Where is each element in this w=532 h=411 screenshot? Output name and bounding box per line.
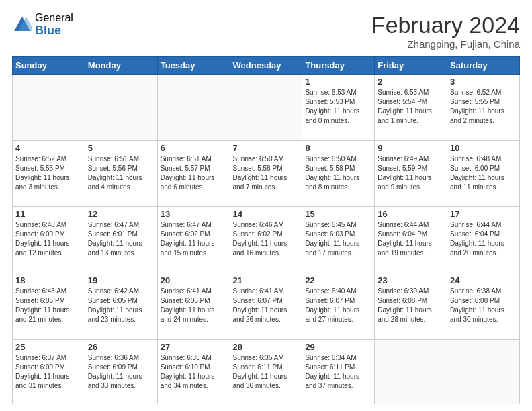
calendar-cell: 27Sunrise: 6:35 AM Sunset: 6:10 PM Dayli… (157, 339, 230, 404)
day-info: Sunrise: 6:43 AM Sunset: 6:05 PM Dayligh… (15, 287, 82, 324)
calendar-cell: 19Sunrise: 6:42 AM Sunset: 6:05 PM Dayli… (85, 273, 157, 340)
day-number: 21 (233, 275, 300, 285)
day-number: 1 (305, 77, 371, 87)
day-number: 4 (15, 143, 82, 153)
day-number: 19 (88, 275, 154, 285)
calendar-cell: 22Sunrise: 6:40 AM Sunset: 6:07 PM Dayli… (302, 273, 375, 340)
calendar-cell: 26Sunrise: 6:36 AM Sunset: 6:09 PM Dayli… (85, 339, 157, 404)
calendar-cell (375, 339, 447, 404)
day-number: 11 (15, 209, 82, 219)
calendar-cell (13, 75, 85, 141)
day-header-tuesday: Tuesday (157, 57, 230, 75)
day-header-sunday: Sunday (13, 57, 85, 75)
day-number: 25 (15, 342, 82, 352)
day-info: Sunrise: 6:48 AM Sunset: 6:00 PM Dayligh… (15, 220, 82, 258)
day-info: Sunrise: 6:36 AM Sunset: 6:09 PM Dayligh… (88, 353, 154, 391)
day-number: 8 (305, 143, 371, 153)
day-number: 29 (305, 342, 371, 352)
calendar-cell: 18Sunrise: 6:43 AM Sunset: 6:05 PM Dayli… (13, 273, 85, 340)
day-number: 13 (161, 209, 227, 219)
day-number: 7 (233, 143, 300, 153)
day-info: Sunrise: 6:52 AM Sunset: 5:55 PM Dayligh… (15, 154, 82, 192)
calendar-cell: 15Sunrise: 6:45 AM Sunset: 6:03 PM Dayli… (302, 207, 375, 273)
logo-general: General (35, 12, 73, 24)
calendar-cell: 8Sunrise: 6:50 AM Sunset: 5:58 PM Daylig… (302, 140, 375, 207)
day-info: Sunrise: 6:50 AM Sunset: 5:58 PM Dayligh… (305, 154, 371, 192)
calendar-cell: 5Sunrise: 6:51 AM Sunset: 5:56 PM Daylig… (85, 140, 157, 207)
day-header-monday: Monday (85, 57, 157, 75)
calendar-cell: 9Sunrise: 6:49 AM Sunset: 5:59 PM Daylig… (375, 140, 447, 207)
logo-text: General Blue (35, 12, 73, 37)
day-number: 10 (450, 143, 517, 153)
location: Zhangping, Fujian, China (371, 38, 520, 50)
calendar-table: SundayMondayTuesdayWednesdayThursdayFrid… (12, 56, 520, 404)
calendar-cell: 1Sunrise: 6:53 AM Sunset: 5:53 PM Daylig… (302, 75, 375, 141)
day-info: Sunrise: 6:34 AM Sunset: 6:11 PM Dayligh… (305, 353, 371, 391)
day-info: Sunrise: 6:49 AM Sunset: 5:59 PM Dayligh… (378, 154, 444, 192)
day-info: Sunrise: 6:46 AM Sunset: 6:02 PM Dayligh… (233, 220, 300, 258)
day-number: 9 (378, 143, 444, 153)
calendar-cell (157, 75, 230, 141)
day-number: 5 (88, 143, 154, 153)
calendar-cell: 24Sunrise: 6:38 AM Sunset: 6:08 PM Dayli… (447, 273, 520, 340)
day-info: Sunrise: 6:35 AM Sunset: 6:11 PM Dayligh… (233, 353, 300, 391)
page-header: General Blue February 2024 Zhangping, Fu… (12, 12, 520, 50)
calendar-cell: 12Sunrise: 6:47 AM Sunset: 6:01 PM Dayli… (85, 207, 157, 273)
calendar-cell: 28Sunrise: 6:35 AM Sunset: 6:11 PM Dayli… (230, 339, 302, 404)
day-info: Sunrise: 6:37 AM Sunset: 6:09 PM Dayligh… (15, 353, 82, 391)
logo-blue: Blue (35, 24, 73, 38)
day-number: 2 (378, 77, 444, 87)
calendar-cell: 3Sunrise: 6:52 AM Sunset: 5:55 PM Daylig… (447, 75, 520, 141)
day-number: 3 (450, 77, 517, 87)
month-title: February 2024 (371, 12, 520, 38)
day-info: Sunrise: 6:41 AM Sunset: 6:07 PM Dayligh… (233, 287, 300, 324)
day-number: 26 (88, 342, 154, 352)
calendar-cell (447, 339, 520, 404)
calendar-cell: 23Sunrise: 6:39 AM Sunset: 6:08 PM Dayli… (375, 273, 447, 340)
day-info: Sunrise: 6:48 AM Sunset: 6:00 PM Dayligh… (450, 154, 517, 192)
calendar-cell: 17Sunrise: 6:44 AM Sunset: 6:04 PM Dayli… (447, 207, 520, 273)
calendar-cell: 10Sunrise: 6:48 AM Sunset: 6:00 PM Dayli… (447, 140, 520, 207)
calendar-cell: 21Sunrise: 6:41 AM Sunset: 6:07 PM Dayli… (230, 273, 302, 340)
calendar-cell: 16Sunrise: 6:44 AM Sunset: 6:04 PM Dayli… (375, 207, 447, 273)
logo: General Blue (12, 12, 73, 37)
calendar-cell: 14Sunrise: 6:46 AM Sunset: 6:02 PM Dayli… (230, 207, 302, 273)
calendar-cell: 29Sunrise: 6:34 AM Sunset: 6:11 PM Dayli… (302, 339, 375, 404)
day-info: Sunrise: 6:41 AM Sunset: 6:06 PM Dayligh… (161, 287, 227, 324)
day-number: 24 (450, 275, 517, 285)
day-number: 22 (305, 275, 371, 285)
calendar-cell (85, 75, 157, 141)
day-info: Sunrise: 6:47 AM Sunset: 6:01 PM Dayligh… (88, 220, 154, 258)
calendar-cell: 4Sunrise: 6:52 AM Sunset: 5:55 PM Daylig… (13, 140, 85, 207)
day-info: Sunrise: 6:53 AM Sunset: 5:54 PM Dayligh… (378, 88, 444, 126)
day-number: 15 (305, 209, 371, 219)
day-number: 20 (161, 275, 227, 285)
day-info: Sunrise: 6:35 AM Sunset: 6:10 PM Dayligh… (161, 353, 227, 391)
day-info: Sunrise: 6:52 AM Sunset: 5:55 PM Dayligh… (450, 88, 517, 126)
day-number: 18 (15, 275, 82, 285)
day-info: Sunrise: 6:44 AM Sunset: 6:04 PM Dayligh… (450, 220, 517, 258)
day-number: 14 (233, 209, 300, 219)
day-info: Sunrise: 6:45 AM Sunset: 6:03 PM Dayligh… (305, 220, 371, 258)
day-info: Sunrise: 6:42 AM Sunset: 6:05 PM Dayligh… (88, 287, 154, 324)
day-number: 16 (378, 209, 444, 219)
day-header-wednesday: Wednesday (230, 57, 302, 75)
calendar-cell (230, 75, 302, 141)
day-info: Sunrise: 6:38 AM Sunset: 6:08 PM Dayligh… (450, 287, 517, 324)
calendar-cell: 13Sunrise: 6:47 AM Sunset: 6:02 PM Dayli… (157, 207, 230, 273)
calendar-cell: 20Sunrise: 6:41 AM Sunset: 6:06 PM Dayli… (157, 273, 230, 340)
day-info: Sunrise: 6:47 AM Sunset: 6:02 PM Dayligh… (161, 220, 227, 258)
day-number: 17 (450, 209, 517, 219)
day-info: Sunrise: 6:39 AM Sunset: 6:08 PM Dayligh… (378, 287, 444, 324)
calendar-cell: 7Sunrise: 6:50 AM Sunset: 5:58 PM Daylig… (230, 140, 302, 207)
day-number: 28 (233, 342, 300, 352)
day-header-saturday: Saturday (447, 57, 520, 75)
day-number: 23 (378, 275, 444, 285)
day-number: 27 (161, 342, 227, 352)
day-header-thursday: Thursday (302, 57, 375, 75)
day-info: Sunrise: 6:50 AM Sunset: 5:58 PM Dayligh… (233, 154, 300, 192)
day-info: Sunrise: 6:51 AM Sunset: 5:56 PM Dayligh… (88, 154, 154, 192)
day-info: Sunrise: 6:40 AM Sunset: 6:07 PM Dayligh… (305, 287, 371, 324)
day-number: 12 (88, 209, 154, 219)
day-info: Sunrise: 6:44 AM Sunset: 6:04 PM Dayligh… (378, 220, 444, 258)
